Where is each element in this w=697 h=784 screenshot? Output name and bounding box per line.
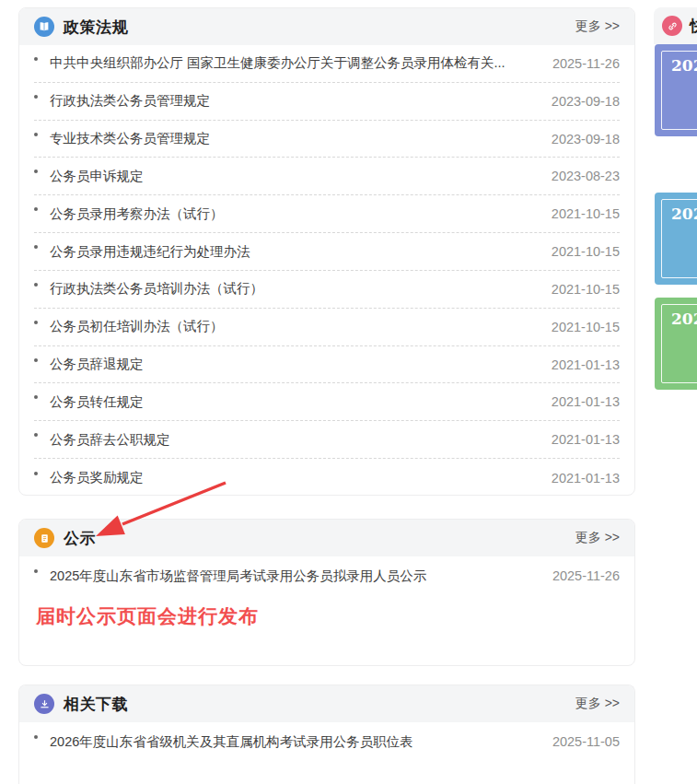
book-icon — [34, 17, 54, 37]
item-title: 公务员奖励规定 — [50, 469, 539, 486]
item-title: 中共中央组织部办公厅 国家卫生健康委办公厅关于调整公务员录用体检有关... — [50, 54, 540, 72]
bullet-icon — [34, 133, 38, 136]
year-label: 202 — [671, 56, 697, 75]
download-card-header: 相关下载 更多 >> — [19, 685, 634, 722]
list-item[interactable]: 公务员初任培训办法（试行） 2021-10-15 — [34, 309, 620, 346]
annotation-text: 届时公示页面会进行发布 — [36, 603, 634, 629]
list-item[interactable]: 公务员录用违规违纪行为处理办法 2021-10-15 — [34, 233, 620, 271]
list-item[interactable]: 公务员辞去公职规定 2021-01-13 — [34, 421, 620, 459]
item-date: 2021-01-13 — [552, 357, 620, 372]
public-notice-card: 公示 更多 >> 2025年度山东省市场监督管理局考试录用公务员拟录用人员公示 … — [18, 519, 635, 666]
list-item[interactable]: 公务员录用考察办法（试行） 2021-10-15 — [34, 195, 620, 233]
item-date: 2025-11-26 — [552, 568, 620, 583]
year-label: 202 — [671, 310, 697, 328]
item-date: 2023-08-23 — [552, 169, 620, 183]
list-item[interactable]: 公务员奖励规定 2021-01-13 — [34, 459, 620, 496]
section-title: 政策法规 — [64, 17, 128, 38]
bullet-icon — [34, 207, 38, 211]
item-date: 2023-09-18 — [552, 132, 620, 146]
section-title: 相关下载 — [64, 694, 128, 715]
item-title: 2026年度山东省省级机关及其直属机构考试录用公务员职位表 — [50, 733, 540, 751]
bullet-icon — [34, 472, 38, 475]
more-link[interactable]: 更多 >> — [575, 696, 620, 712]
item-title: 公务员初任培训办法（试行） — [50, 318, 539, 335]
bullet-icon — [34, 245, 38, 249]
list-item[interactable]: 中共中央组织部办公厅 国家卫生健康委办公厅关于调整公务员录用体检有关... 20… — [34, 45, 620, 83]
year-link-card[interactable]: 202 — [655, 44, 697, 136]
bullet-icon — [34, 283, 38, 287]
bullet-icon — [34, 395, 38, 399]
list-item[interactable]: 专业技术类公务员管理规定 2023-09-18 — [34, 121, 620, 158]
item-title: 行政执法类公务员培训办法（试行） — [50, 280, 539, 298]
download-icon — [34, 694, 54, 714]
list-item[interactable]: 2025年度山东省市场监督管理局考试录用公务员拟录用人员公示 2025-11-2… — [34, 556, 620, 595]
list-item[interactable]: 公务员辞退规定 2021-01-13 — [34, 346, 620, 384]
item-title: 公务员申诉规定 — [50, 168, 539, 185]
item-title: 公务员录用考察办法（试行） — [50, 205, 539, 223]
item-title: 公务员辞去公职规定 — [50, 431, 539, 449]
side-panel-header: 快 — [654, 7, 697, 44]
list-item[interactable]: 行政执法类公务员管理规定 2023-09-18 — [34, 83, 620, 121]
notice-list: 2025年度山东省市场监督管理局考试录用公务员拟录用人员公示 2025-11-2… — [19, 556, 634, 595]
bullet-icon — [34, 358, 38, 362]
item-date: 2021-01-13 — [552, 394, 620, 409]
item-title: 行政执法类公务员管理规定 — [50, 92, 539, 110]
download-list: 2026年度山东省省级机关及其直属机构考试录用公务员职位表 2025-11-05 — [19, 722, 634, 761]
item-date: 2025-11-26 — [552, 56, 620, 71]
item-date: 2021-10-15 — [552, 244, 620, 259]
item-title: 公务员录用违规违纪行为处理办法 — [50, 243, 539, 261]
year-label: 202 — [671, 205, 697, 223]
policy-regulations-card: 政策法规 更多 >> 中共中央组织部办公厅 国家卫生健康委办公厅关于调整公务员录… — [18, 7, 635, 496]
item-date: 2021-10-15 — [552, 206, 620, 221]
policy-card-header: 政策法规 更多 >> — [19, 8, 634, 45]
item-title: 2025年度山东省市场监督管理局考试录用公务员拟录用人员公示 — [50, 568, 540, 585]
side-panel-title-partial: 快 — [690, 16, 697, 37]
item-date: 2023-09-18 — [552, 94, 620, 109]
item-title: 专业技术类公务员管理规定 — [50, 130, 539, 147]
bullet-icon — [34, 569, 38, 573]
item-date: 2021-01-13 — [552, 471, 620, 486]
item-date: 2021-01-13 — [552, 432, 620, 447]
more-link[interactable]: 更多 >> — [575, 18, 620, 35]
document-icon — [34, 528, 54, 548]
side-panel: 快 202 202 202 — [654, 7, 697, 44]
more-link[interactable]: 更多 >> — [575, 530, 620, 546]
policy-list: 中共中央组织部办公厅 国家卫生健康委办公厅关于调整公务员录用体检有关... 20… — [19, 45, 634, 496]
bullet-icon — [34, 57, 38, 61]
bullet-icon — [34, 735, 38, 739]
year-link-card[interactable]: 202 — [655, 193, 697, 285]
related-downloads-card: 相关下载 更多 >> 2026年度山东省省级机关及其直属机构考试录用公务员职位表… — [18, 685, 635, 784]
list-item[interactable]: 公务员转任规定 2021-01-13 — [34, 383, 620, 421]
item-date: 2025-11-05 — [552, 734, 620, 749]
item-title: 公务员转任规定 — [50, 393, 539, 411]
list-item[interactable]: 2026年度山东省省级机关及其直属机构考试录用公务员职位表 2025-11-05 — [34, 722, 620, 761]
bullet-icon — [34, 321, 38, 324]
item-title: 公务员辞退规定 — [50, 356, 539, 373]
item-date: 2021-10-15 — [552, 320, 620, 334]
link-icon — [662, 16, 682, 36]
list-item[interactable]: 公务员申诉规定 2023-08-23 — [34, 158, 620, 195]
list-item[interactable]: 行政执法类公务员培训办法（试行） 2021-10-15 — [34, 271, 620, 309]
notice-card-header: 公示 更多 >> — [19, 520, 634, 556]
bullet-icon — [34, 95, 38, 99]
bullet-icon — [34, 170, 38, 173]
section-title: 公示 — [64, 528, 96, 549]
bullet-icon — [34, 433, 38, 437]
year-link-card[interactable]: 202 — [655, 298, 697, 390]
item-date: 2021-10-15 — [552, 282, 620, 297]
